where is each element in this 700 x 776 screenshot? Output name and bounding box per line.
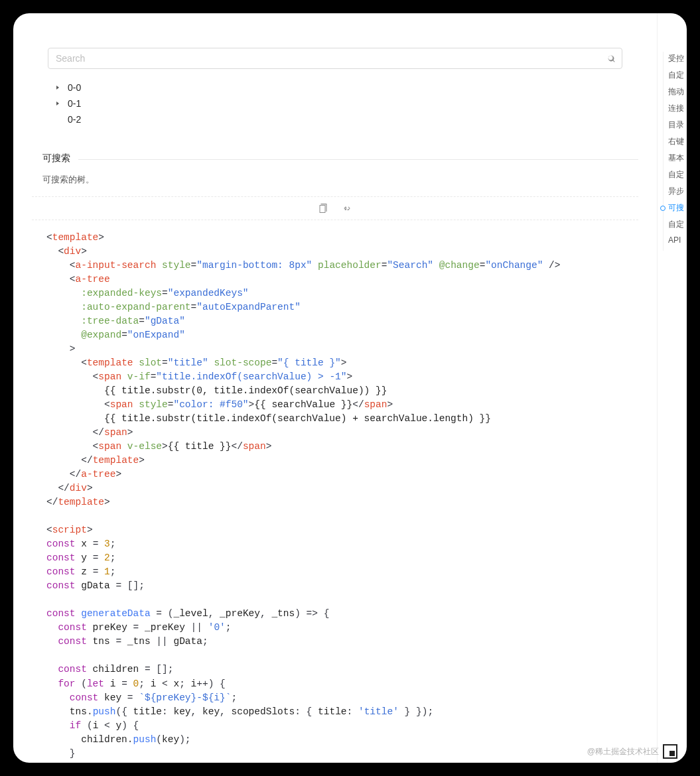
anchor-link[interactable]: 自定	[658, 216, 687, 233]
svg-marker-1	[56, 101, 59, 105]
tree-node[interactable]: 0-2	[54, 111, 622, 127]
section-description: 可搜索的树。	[13, 164, 657, 196]
tree: 0-00-10-2	[48, 80, 622, 127]
divider	[60, 159, 638, 160]
tree-node[interactable]: 0-0	[54, 80, 622, 96]
anchor-link[interactable]: 拖动	[658, 84, 687, 100]
copy-icon[interactable]	[318, 203, 328, 214]
search-field-wrap	[48, 48, 622, 69]
anchor-link[interactable]: 异步	[658, 183, 687, 200]
anchor-link[interactable]: 受控	[658, 50, 687, 67]
anchor-sidebar: 受控自定拖动连接目录右键基本自定异步可搜自定API	[657, 13, 687, 763]
watermark-logo-icon	[663, 744, 677, 759]
caret-right-icon	[54, 84, 61, 91]
section-header: 可搜索	[32, 153, 638, 164]
anchor-link[interactable]: 右键	[658, 133, 687, 150]
svg-marker-0	[56, 86, 59, 90]
search-icon	[606, 54, 616, 63]
search-input[interactable]	[48, 48, 622, 69]
tree-node-label: 0-2	[68, 114, 81, 125]
anchor-link[interactable]: 目录	[658, 117, 687, 133]
tree-node-label: 0-0	[68, 82, 81, 93]
anchor-link[interactable]: 自定	[658, 67, 687, 84]
section-title: 可搜索	[32, 153, 78, 164]
anchor-link[interactable]: 连接	[658, 100, 687, 117]
anchor-link[interactable]: 自定	[658, 166, 687, 183]
code-toolbar	[32, 196, 638, 220]
main-content: 0-00-10-2 可搜索 可搜索的树。 <template> <div> <a…	[13, 13, 657, 763]
watermark-text: @稀土掘金技术社区	[587, 746, 659, 757]
tree-node-label: 0-1	[68, 98, 81, 109]
watermark: @稀土掘金技术社区	[587, 744, 677, 759]
anchor-link[interactable]: 可搜	[658, 200, 687, 216]
caret-right-icon	[54, 100, 61, 107]
tree-node[interactable]: 0-1	[54, 96, 622, 111]
code-icon[interactable]	[342, 203, 352, 214]
anchor-link[interactable]: API	[658, 233, 687, 247]
demo-panel: 0-00-10-2	[32, 32, 638, 127]
anchor-link[interactable]: 基本	[658, 150, 687, 166]
code-block: <template> <div> <a-input-search style="…	[13, 220, 657, 761]
